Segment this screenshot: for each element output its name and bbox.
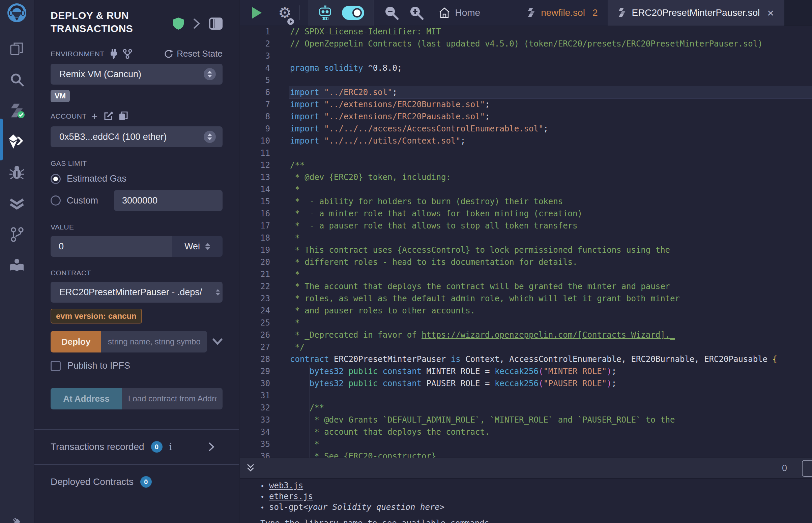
script-config-button[interactable]: ⚙ xyxy=(278,0,292,25)
publish-ipfs-checkbox[interactable] xyxy=(51,361,61,371)
code-line: import "../extensions/ERC20Burnable.sol"… xyxy=(289,98,812,110)
deploy-button[interactable]: Deploy xyxy=(51,331,101,353)
fork-environment-icon[interactable] xyxy=(123,49,132,59)
code-line xyxy=(289,50,812,62)
tab-badge: 2 xyxy=(593,7,598,18)
deployed-count-badge: 0 xyxy=(140,476,152,488)
unit-stepper-icon xyxy=(205,243,210,250)
deploy-args-input[interactable] xyxy=(101,331,207,353)
ai-robot-icon[interactable] xyxy=(318,5,333,21)
zoom-in-icon[interactable] xyxy=(409,5,424,20)
collapse-terminal-icon[interactable] xyxy=(246,463,255,473)
learneth-icon[interactable] xyxy=(9,257,25,274)
code-line: import "../ERC20.sol"; xyxy=(289,86,812,98)
terminal-item: •web3.js xyxy=(260,481,812,491)
transactions-count-badge: 0 xyxy=(151,441,162,453)
value-unit-select[interactable]: Wei xyxy=(172,236,223,257)
account-label: ACCOUNT xyxy=(51,112,87,120)
file-explorer-icon[interactable] xyxy=(9,40,25,57)
panel-title: DEPLOY & RUN TRANSACTIONS xyxy=(51,9,173,35)
tab-erc20presetminterpauser[interactable]: ERC20PresetMinterPauser.sol × xyxy=(608,0,784,25)
play-badge-icon xyxy=(287,18,294,25)
transactions-recorded-label: Transactions recorded xyxy=(51,441,144,452)
code-line: * - ability for holders to burn (destroy… xyxy=(289,196,812,208)
select-stepper-icon xyxy=(204,68,216,80)
close-tab-icon[interactable]: × xyxy=(767,7,774,19)
git-icon[interactable] xyxy=(9,227,25,242)
contract-label: CONTRACT xyxy=(51,269,91,277)
sign-message-icon[interactable] xyxy=(104,111,113,121)
code-line: /** xyxy=(289,159,812,171)
terminal-link[interactable]: web3.js xyxy=(269,481,303,491)
expand-deploy-icon[interactable] xyxy=(212,338,223,345)
code-line: contract ERC20PresetMinterPauser is Cont… xyxy=(289,353,812,365)
code-line: * See {ERC20-constructor}. xyxy=(289,450,812,458)
environment-select[interactable]: Remix VM (Cancun) xyxy=(51,64,223,85)
code-line: * The account that deploys the contract … xyxy=(289,281,812,292)
plug-icon[interactable] xyxy=(109,49,118,59)
plugin-manager-icon[interactable] xyxy=(9,516,25,523)
info-icon[interactable]: i xyxy=(169,441,172,453)
estimated-gas-radio[interactable] xyxy=(51,174,61,184)
code-line: pragma solidity ^0.8.0; xyxy=(289,62,812,74)
solidity-compiler-icon[interactable] xyxy=(9,103,25,119)
code-line: * This contract uses {AccessControl} to … xyxy=(289,244,812,256)
terminal: 0 •web3.js•ethers.js•sol-gpt <your Solid… xyxy=(240,458,812,523)
code-line: * xyxy=(289,183,812,196)
copilot-toggle[interactable] xyxy=(342,6,364,20)
custom-gas-label: Custom xyxy=(67,196,98,206)
publish-ipfs-label: Publish to IPFS xyxy=(68,361,130,371)
remix-logo-icon[interactable] xyxy=(7,3,27,23)
code-line: import "../../../access/AccessControlEnu… xyxy=(289,123,812,135)
copy-account-icon[interactable] xyxy=(119,111,128,121)
code-line: * _Deprecated in favor of https://wizard… xyxy=(289,329,812,341)
environment-label: ENVIRONMENT xyxy=(51,50,105,58)
code-line: * @dev {ERC20} token, including: xyxy=(289,171,812,183)
custom-gas-input[interactable] xyxy=(114,190,223,211)
solidity-file-icon xyxy=(618,8,626,18)
icon-sidebar xyxy=(0,0,34,523)
code-line: /** xyxy=(289,402,812,414)
code-line xyxy=(289,390,812,402)
code-line: bytes32 public constant MINTER_ROLE = ke… xyxy=(289,365,812,377)
zoom-out-icon[interactable] xyxy=(384,5,399,20)
custom-gas-radio[interactable] xyxy=(51,196,61,205)
shield-icon xyxy=(173,17,184,30)
home-icon xyxy=(439,7,450,18)
code-line: import "../../../utils/Context.sol"; xyxy=(289,135,812,147)
contract-stepper-icon xyxy=(216,289,220,295)
value-input[interactable] xyxy=(51,236,172,257)
at-address-button[interactable]: At Address xyxy=(51,388,122,410)
deployed-contracts-row: Deployed Contracts 0 xyxy=(51,465,223,499)
debugger-icon[interactable] xyxy=(9,164,25,181)
collapse-panel-icon[interactable] xyxy=(193,18,200,29)
pin-panel-icon[interactable] xyxy=(209,18,223,30)
code-line: import "../extensions/ERC20Pausable.sol"… xyxy=(289,110,812,123)
terminal-header: 0 xyxy=(240,458,812,479)
terminal-search-input[interactable] xyxy=(802,460,812,477)
expand-transactions-icon[interactable] xyxy=(208,442,214,452)
tab-home[interactable]: Home xyxy=(439,0,480,25)
value-label: VALUE xyxy=(51,223,74,231)
code-line: * xyxy=(289,268,812,281)
active-plugin-indicator xyxy=(0,119,3,160)
add-account-icon[interactable]: + xyxy=(91,111,98,122)
run-script-button[interactable] xyxy=(240,0,262,25)
contract-select[interactable]: ERC20PresetMinterPauser - .deps/ xyxy=(51,282,223,303)
at-address-input[interactable] xyxy=(122,388,223,410)
reset-state-button[interactable]: Reset State xyxy=(164,49,223,59)
code-line: * @dev Grants `DEFAULT_ADMIN_ROLE`, `MIN… xyxy=(289,414,812,426)
deploy-run-icon[interactable] xyxy=(9,133,25,150)
code-line: * xyxy=(289,317,812,329)
account-select[interactable]: 0x5B3...eddC4 (100 ether) xyxy=(51,126,223,147)
tab-newfile[interactable]: newfile.sol 2 xyxy=(517,0,608,25)
editor-toolbar: ⚙ xyxy=(240,0,812,26)
unit-testing-icon[interactable] xyxy=(9,196,25,212)
code-line: bytes32 public constant PAUSER_ROLE = ke… xyxy=(289,377,812,390)
terminal-link[interactable]: ethers.js xyxy=(269,491,313,502)
search-icon[interactable] xyxy=(9,71,25,88)
transactions-recorded-row[interactable]: Transactions recorded 0 i xyxy=(51,430,223,464)
code-line: * roles, as well as the default admin ro… xyxy=(289,292,812,305)
code-editor[interactable]: 1234567891011121314151617181920212223242… xyxy=(240,25,812,458)
code-line: * different roles - head to its document… xyxy=(289,256,812,268)
